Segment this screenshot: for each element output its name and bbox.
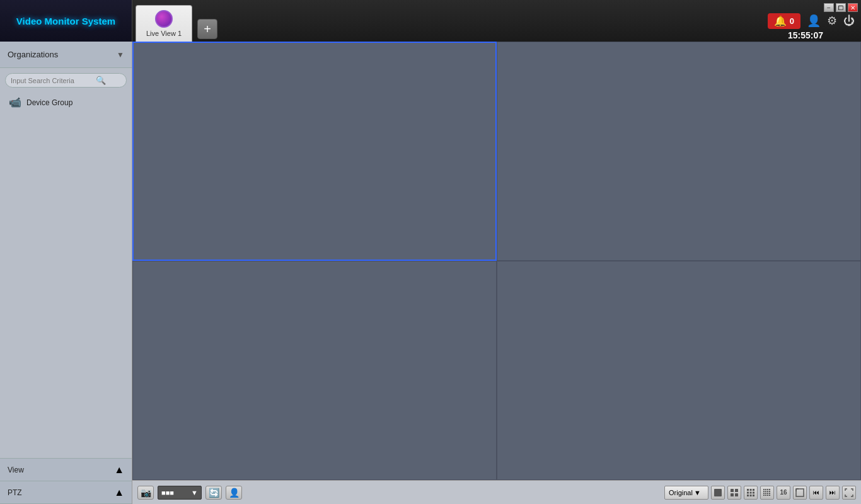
organizations-header[interactable]: Organizations ▼ xyxy=(0,42,132,68)
layout-3x3-button[interactable] xyxy=(744,486,758,500)
device-group-label: Device Group xyxy=(26,98,72,107)
search-icon: 🔍 xyxy=(96,76,106,85)
titlebar-right: 🔔 0 👤 ⚙ ⏻ xyxy=(768,13,861,29)
sidebar: Organizations ▼ 🔍 📹 Device Group View ▲ … xyxy=(0,42,132,504)
tab-label: Live View 1 xyxy=(146,30,182,37)
view-chevron-icon: ▲ xyxy=(114,464,124,476)
svg-rect-4 xyxy=(735,493,738,496)
view-label: View xyxy=(8,466,24,474)
video-cell-1[interactable] xyxy=(132,42,497,261)
ptz-label: PTZ xyxy=(8,488,22,497)
video-cell-2[interactable] xyxy=(497,42,861,261)
svg-rect-21 xyxy=(769,491,770,492)
device-group-icon: 📹 xyxy=(9,96,21,108)
original-dropdown-icon: ▼ xyxy=(694,489,701,496)
maximize-button[interactable]: ⧠ xyxy=(836,3,846,12)
svg-rect-13 xyxy=(753,495,754,496)
svg-rect-12 xyxy=(750,495,752,496)
svg-rect-10 xyxy=(753,491,754,493)
main-content: 📷 ■■■ ▼ 🔄 👤 Original ▼ xyxy=(132,42,861,504)
window-controls: − ⧠ ✕ xyxy=(824,3,858,12)
svg-rect-19 xyxy=(765,491,766,492)
refresh-button[interactable]: 🔄 xyxy=(205,486,222,500)
svg-rect-28 xyxy=(767,495,768,496)
tabs-area: Live View 1 + xyxy=(132,0,217,42)
user-icon[interactable]: 👤 xyxy=(807,14,821,28)
svg-rect-2 xyxy=(735,489,738,492)
view-section[interactable]: View ▲ xyxy=(0,459,132,481)
svg-rect-23 xyxy=(765,493,766,494)
time-display: 15:55:07 xyxy=(788,30,823,40)
ptz-section[interactable]: PTZ ▲ xyxy=(0,481,132,504)
svg-rect-9 xyxy=(750,491,752,493)
channel-value: ■■■ xyxy=(161,489,174,496)
original-select[interactable]: Original ▼ xyxy=(664,486,708,500)
alert-badge[interactable]: 🔔 0 xyxy=(768,13,800,29)
layout-16-label: 16 xyxy=(780,489,787,496)
chevron-down-icon: ▼ xyxy=(117,50,124,59)
svg-rect-17 xyxy=(769,489,770,490)
search-bar[interactable]: 🔍 xyxy=(5,73,127,88)
channel-select[interactable]: ■■■ ▼ xyxy=(158,486,202,500)
svg-rect-26 xyxy=(763,495,765,496)
app-title: Video Monitor System xyxy=(0,0,132,42)
fit-window-button[interactable] xyxy=(793,486,807,500)
svg-rect-14 xyxy=(763,489,765,490)
svg-rect-6 xyxy=(750,489,752,491)
svg-rect-20 xyxy=(767,491,768,492)
titlebar: Video Monitor System Live View 1 + 🔔 0 👤… xyxy=(0,0,861,42)
prev-page-button[interactable]: ⏮ xyxy=(809,486,823,500)
video-grid xyxy=(132,42,861,480)
help-icon[interactable]: ⏻ xyxy=(843,14,855,28)
tab-live-view-1[interactable]: Live View 1 xyxy=(136,5,192,42)
device-group-item[interactable]: 📹 Device Group xyxy=(0,93,132,112)
camera-tab-icon xyxy=(155,10,173,28)
svg-rect-22 xyxy=(763,493,765,494)
svg-rect-29 xyxy=(769,495,770,496)
layout-1x1-button[interactable] xyxy=(711,486,725,500)
add-user-button[interactable]: 👤 xyxy=(226,486,242,500)
svg-rect-1 xyxy=(731,489,734,492)
video-cell-4[interactable] xyxy=(497,261,861,480)
svg-rect-16 xyxy=(767,489,768,490)
layout-16-button[interactable]: 16 xyxy=(777,486,790,500)
next-page-button[interactable]: ⏭ xyxy=(826,486,840,500)
channel-dropdown-icon: ▼ xyxy=(191,489,198,496)
search-input[interactable] xyxy=(11,77,93,84)
fullscreen-button[interactable] xyxy=(842,486,856,500)
layout-4x4-button[interactable] xyxy=(760,486,774,500)
svg-rect-8 xyxy=(747,491,749,493)
svg-rect-25 xyxy=(769,493,770,494)
snapshot-button[interactable]: 📷 xyxy=(137,486,154,500)
svg-rect-0 xyxy=(714,489,722,496)
svg-rect-15 xyxy=(765,489,766,490)
video-cell-3[interactable] xyxy=(132,261,497,480)
bottom-toolbar: 📷 ■■■ ▼ 🔄 👤 Original ▼ xyxy=(132,480,861,504)
svg-rect-11 xyxy=(747,495,749,496)
svg-rect-18 xyxy=(763,491,765,492)
layout-2x2-button[interactable] xyxy=(727,486,741,500)
organizations-label: Organizations xyxy=(8,50,58,59)
minimize-button[interactable]: − xyxy=(824,3,834,12)
svg-rect-3 xyxy=(731,493,734,496)
alert-count: 0 xyxy=(790,16,794,26)
svg-rect-30 xyxy=(796,489,804,496)
toolbar-right: Original ▼ xyxy=(664,486,856,500)
close-button[interactable]: ✕ xyxy=(848,3,858,12)
alert-icon: 🔔 xyxy=(774,15,787,27)
svg-rect-24 xyxy=(767,493,768,494)
svg-rect-5 xyxy=(747,489,749,491)
sidebar-bottom: View ▲ PTZ ▲ xyxy=(0,458,132,504)
ptz-chevron-icon: ▲ xyxy=(114,487,124,498)
svg-rect-7 xyxy=(753,489,754,491)
add-tab-button[interactable]: + xyxy=(197,19,217,39)
settings-icon[interactable]: ⚙ xyxy=(827,14,837,28)
original-label: Original xyxy=(669,489,693,496)
svg-rect-27 xyxy=(765,495,766,496)
